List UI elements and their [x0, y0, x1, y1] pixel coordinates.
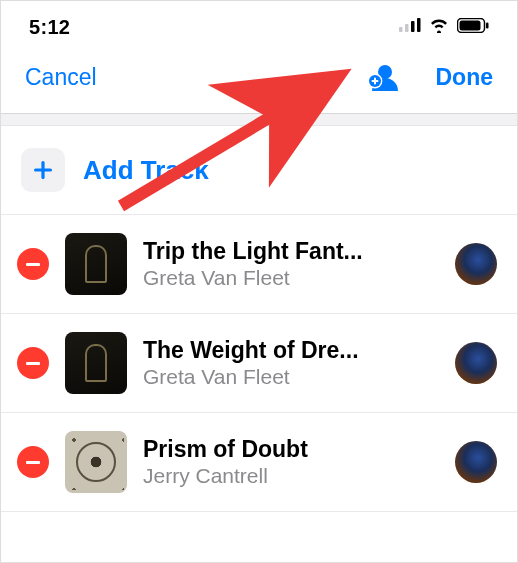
track-artist: Jerry Cantrell — [143, 464, 439, 488]
status-time: 5:12 — [29, 16, 70, 39]
svg-rect-1 — [405, 24, 409, 32]
track-row[interactable]: The Weight of Dre... Greta Van Fleet — [1, 314, 517, 413]
battery-icon — [457, 18, 489, 37]
svg-rect-6 — [486, 22, 489, 28]
svg-rect-11 — [371, 80, 378, 82]
contributor-avatar — [455, 342, 497, 384]
track-list: Trip the Light Fant... Greta Van Fleet T… — [1, 215, 517, 512]
add-collaborator-icon[interactable] — [364, 59, 400, 95]
track-title: Prism of Doubt — [143, 436, 439, 463]
track-title: Trip the Light Fant... — [143, 238, 439, 265]
cancel-button[interactable]: Cancel — [25, 64, 97, 91]
album-art — [65, 332, 127, 394]
track-artist: Greta Van Fleet — [143, 266, 439, 290]
svg-rect-5 — [460, 20, 481, 30]
svg-rect-13 — [34, 168, 52, 171]
add-track-label: Add Track — [83, 155, 209, 186]
delete-track-button[interactable] — [17, 347, 49, 379]
nav-bar: Cancel Done — [1, 49, 517, 114]
svg-rect-2 — [411, 21, 415, 32]
contributor-avatar — [455, 243, 497, 285]
add-track-button[interactable]: Add Track — [1, 126, 517, 215]
contributor-avatar — [455, 441, 497, 483]
track-row[interactable]: Trip the Light Fant... Greta Van Fleet — [1, 215, 517, 314]
track-artist: Greta Van Fleet — [143, 365, 439, 389]
svg-rect-0 — [399, 27, 403, 32]
wifi-icon — [428, 17, 450, 37]
plus-icon — [21, 148, 65, 192]
svg-rect-3 — [417, 18, 421, 32]
status-bar: 5:12 — [1, 1, 517, 49]
track-text: Prism of Doubt Jerry Cantrell — [143, 436, 439, 488]
album-art — [65, 431, 127, 493]
track-title: The Weight of Dre... — [143, 337, 439, 364]
album-art — [65, 233, 127, 295]
cellular-icon — [399, 18, 421, 36]
delete-track-button[interactable] — [17, 446, 49, 478]
done-button[interactable]: Done — [436, 64, 494, 91]
status-indicators — [399, 17, 489, 37]
section-gap — [1, 114, 517, 126]
track-text: The Weight of Dre... Greta Van Fleet — [143, 337, 439, 389]
delete-track-button[interactable] — [17, 248, 49, 280]
track-row[interactable]: Prism of Doubt Jerry Cantrell — [1, 413, 517, 512]
track-text: Trip the Light Fant... Greta Van Fleet — [143, 238, 439, 290]
